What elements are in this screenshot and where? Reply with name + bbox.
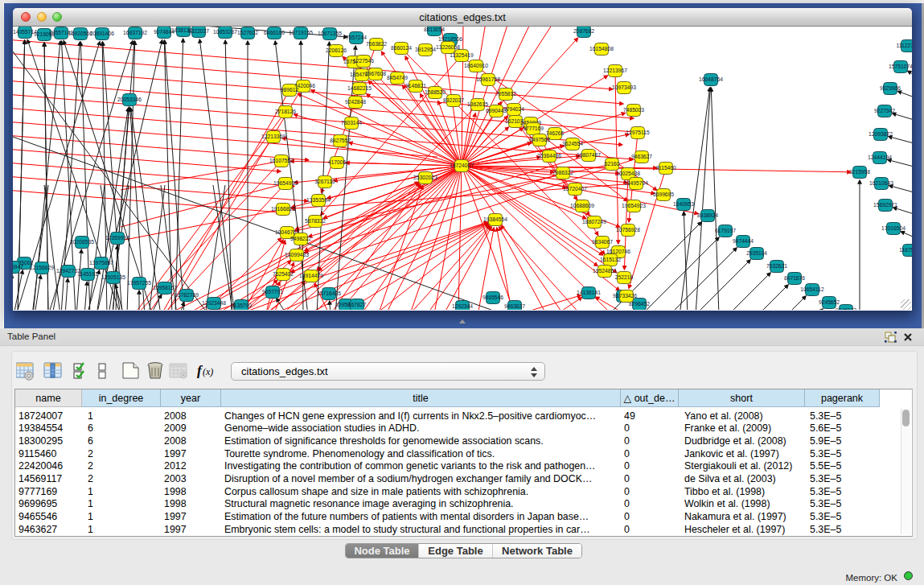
svg-text:3267110: 3267110 [314, 179, 335, 184]
svg-text:12975115: 12975115 [626, 130, 650, 135]
svg-text:8471676: 8471676 [784, 275, 805, 281]
svg-text:15692971: 15692971 [873, 202, 897, 208]
svg-text:16837192: 16837192 [123, 30, 147, 35]
svg-text:9474444: 9474444 [733, 238, 754, 244]
svg-text:13226058: 13226058 [436, 44, 460, 50]
svg-text:1615132: 1615132 [600, 257, 621, 262]
svg-text:16782759: 16782759 [175, 292, 199, 298]
svg-text:8660124: 8660124 [391, 45, 412, 51]
svg-text:17359934: 17359934 [105, 235, 129, 241]
svg-text:10719155: 10719155 [289, 30, 313, 35]
svg-text:8454749: 8454749 [387, 75, 408, 80]
svg-text:746266: 746266 [546, 130, 565, 136]
svg-text:10671355: 10671355 [318, 31, 342, 36]
svg-text:8938924: 8938924 [697, 212, 718, 218]
svg-text:7485003: 7485003 [623, 107, 644, 113]
svg-text:252214: 252214 [615, 274, 634, 280]
svg-text:19524851: 19524851 [593, 268, 617, 274]
svg-text:7955812: 7955812 [495, 91, 516, 97]
svg-text:(x): (x) [203, 366, 213, 377]
svg-text:9115460: 9115460 [655, 165, 676, 171]
svg-text:9834067: 9834067 [592, 239, 613, 245]
svg-text:12156829: 12156829 [30, 265, 54, 270]
svg-text:10756928: 10756928 [616, 227, 640, 233]
svg-text:8427552: 8427552 [330, 138, 351, 143]
svg-text:17957255: 17957255 [127, 280, 151, 286]
svg-text:989612: 989612 [281, 87, 299, 93]
svg-text:2206126: 2206126 [326, 47, 347, 53]
svg-text:3912954: 3912954 [415, 47, 436, 52]
svg-text:12505135: 12505135 [101, 274, 125, 280]
svg-text:1640953: 1640953 [673, 201, 694, 207]
svg-text:6179197: 6179197 [715, 228, 736, 233]
svg-text:2935114: 2935114 [746, 250, 767, 256]
svg-text:15716485: 15716485 [317, 290, 341, 296]
svg-text:3624554: 3624554 [562, 141, 583, 146]
svg-text:20364436: 20364436 [537, 153, 561, 159]
svg-text:1362615: 1362615 [467, 101, 488, 107]
svg-text:2967608: 2967608 [365, 71, 386, 76]
svg-text:1227546: 1227546 [353, 58, 374, 64]
svg-text:1145191: 1145191 [77, 271, 98, 277]
svg-text:10961758: 10961758 [476, 76, 500, 82]
svg-text:16210643: 16210643 [869, 180, 893, 186]
svg-text:1588520: 1588520 [425, 89, 446, 95]
svg-text:10958157: 10958157 [153, 285, 177, 290]
svg-text:20691406: 20691406 [90, 31, 114, 36]
svg-text:12444194: 12444194 [868, 154, 892, 160]
svg-text:8813054: 8813054 [424, 27, 445, 32]
svg-text:15751074: 15751074 [889, 64, 912, 69]
svg-text:1167533: 1167533 [899, 247, 912, 253]
svg-text:19654935: 19654935 [273, 180, 298, 186]
svg-text:18724007: 18724007 [450, 163, 474, 168]
svg-text:16154808: 16154808 [589, 46, 614, 51]
svg-text:6466160: 6466160 [264, 30, 285, 35]
svg-text:13353594: 13353594 [306, 197, 331, 203]
svg-text:5878332: 5878332 [305, 218, 326, 224]
svg-text:16920566: 16920566 [68, 31, 92, 36]
svg-text:9657791: 9657791 [262, 289, 283, 295]
svg-text:18807249: 18807249 [582, 219, 606, 225]
svg-text:2087682: 2087682 [573, 28, 594, 34]
svg-text:25302023: 25302023 [413, 175, 437, 180]
svg-text:12093872: 12093872 [869, 131, 893, 137]
svg-text:7632621: 7632621 [766, 263, 787, 269]
svg-text:3915947: 3915947 [13, 264, 23, 270]
svg-text:19654923: 19654923 [622, 203, 646, 208]
svg-text:19384554: 19384554 [483, 216, 507, 222]
svg-text:19166825: 19166825 [271, 206, 295, 212]
svg-text:7663822: 7663822 [366, 41, 387, 47]
svg-text:9227342: 9227342 [874, 108, 895, 113]
svg-text:13975857: 13975857 [89, 260, 113, 266]
svg-text:20206535: 20206535 [70, 239, 94, 245]
svg-text:11122726: 11122726 [897, 43, 912, 48]
svg-text:9463627: 9463627 [504, 303, 525, 309]
svg-text:10973493: 10973493 [612, 84, 636, 90]
svg-text:11325419: 11325419 [450, 52, 474, 58]
svg-text:417006: 417006 [328, 159, 347, 165]
svg-text:7986322: 7986322 [552, 170, 573, 175]
svg-text:167827: 167827 [348, 302, 367, 307]
svg-text:10807487: 10807487 [577, 152, 601, 158]
svg-text:3215958: 3215958 [849, 169, 870, 175]
svg-text:9245012: 9245012 [836, 307, 856, 310]
svg-text:62160: 62160 [605, 161, 620, 167]
svg-text:10853287: 10853287 [213, 29, 237, 35]
svg-text:9146821: 9146821 [405, 83, 426, 89]
svg-text:9135790: 9135790 [231, 303, 252, 308]
svg-text:1733426: 1733426 [616, 293, 637, 299]
svg-text:9463627: 9463627 [631, 154, 652, 159]
svg-text:6497568: 6497568 [529, 137, 550, 142]
svg-text:16107552: 16107552 [269, 158, 294, 163]
svg-text:7857244: 7857244 [346, 35, 367, 40]
svg-text:8322037: 8322037 [443, 97, 464, 103]
svg-text:1527602: 1527602 [237, 30, 258, 35]
svg-text:18640910: 18640910 [464, 63, 488, 68]
svg-text:18495794: 18495794 [624, 180, 648, 186]
svg-text:9794024: 9794024 [503, 106, 524, 112]
svg-text:9245652: 9245652 [819, 299, 840, 305]
svg-text:1292344: 1292344 [452, 303, 473, 309]
svg-text:8322037: 8322037 [188, 28, 209, 34]
svg-text:7625402: 7625402 [273, 271, 294, 277]
svg-text:15720407: 15720407 [563, 186, 587, 192]
